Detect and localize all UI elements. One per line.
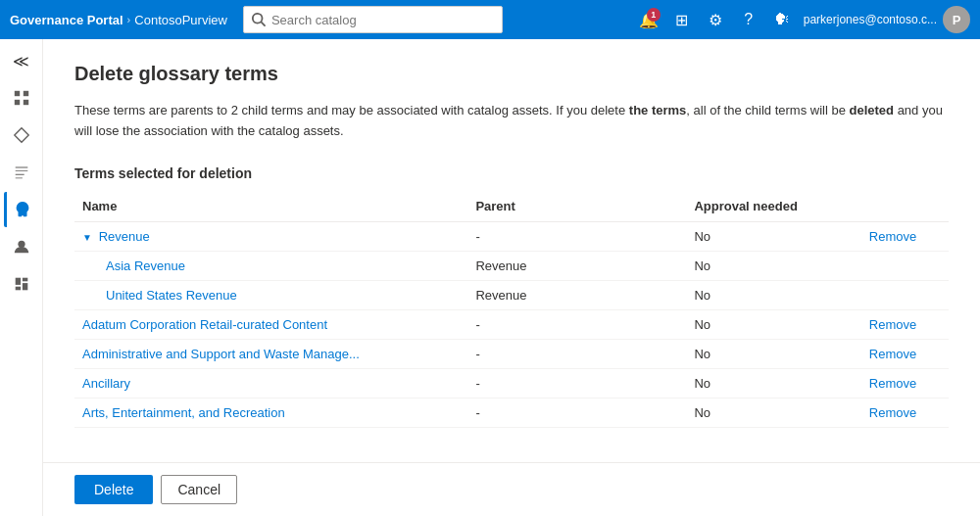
table-row: Asia RevenueRevenueNo bbox=[74, 251, 949, 280]
term-parent: - bbox=[467, 398, 686, 427]
term-parent: - bbox=[467, 339, 686, 368]
table-row: Ancillary-NoRemove bbox=[74, 368, 949, 398]
search-input[interactable] bbox=[271, 13, 494, 27]
term-parent: - bbox=[467, 221, 686, 251]
table-row: Administrative and Support and Waste Man… bbox=[74, 339, 949, 368]
term-approval: No bbox=[686, 398, 860, 427]
col-header-name: Name bbox=[74, 193, 467, 222]
term-name-link[interactable]: United States Revenue bbox=[106, 288, 237, 303]
governance-portal-label: Governance Portal bbox=[10, 13, 123, 27]
term-parent: - bbox=[467, 309, 686, 339]
sidebar-item-catalog[interactable] bbox=[4, 117, 39, 153]
svg-rect-8 bbox=[22, 283, 26, 290]
table-row: Arts, Entertainment, and Recreation-NoRe… bbox=[74, 398, 949, 427]
settings-button[interactable]: ⚙ bbox=[700, 4, 731, 35]
page-body: Delete glossary terms These terms are pa… bbox=[43, 39, 980, 462]
breadcrumb-chevron: › bbox=[127, 14, 131, 25]
brand-area: Governance Portal › ContosoPurview bbox=[10, 13, 227, 27]
term-approval: No bbox=[686, 221, 860, 251]
table-row: ▼ Revenue-NoRemove bbox=[74, 221, 949, 251]
help-button[interactable]: ? bbox=[733, 4, 764, 35]
term-name-link[interactable]: Ancillary bbox=[82, 376, 130, 391]
sidebar-item-management[interactable] bbox=[4, 266, 39, 302]
chevron-down-icon[interactable]: ▼ bbox=[82, 232, 95, 243]
term-parent: Revenue bbox=[467, 251, 686, 280]
warning-bold1: the terms bbox=[629, 103, 687, 117]
warning-prefix: These terms are parents to 2 child terms… bbox=[74, 103, 629, 117]
footer-bar: Delete Cancel bbox=[43, 462, 980, 516]
svg-rect-6 bbox=[22, 278, 26, 282]
term-name-link[interactable]: Administrative and Support and Waste Man… bbox=[82, 347, 360, 361]
table-body: ▼ Revenue-NoRemoveAsia RevenueRevenueNoU… bbox=[74, 221, 949, 427]
avatar: P bbox=[943, 6, 970, 33]
term-name-link[interactable]: Adatum Corporation Retail-curated Conten… bbox=[82, 317, 327, 332]
svg-point-4 bbox=[18, 241, 24, 248]
term-approval: No bbox=[686, 368, 860, 398]
table-row: United States RevenueRevenueNo bbox=[74, 280, 949, 309]
term-parent: Revenue bbox=[467, 280, 686, 309]
term-approval: No bbox=[686, 309, 860, 339]
notification-badge: 1 bbox=[647, 8, 661, 22]
term-approval: No bbox=[686, 251, 860, 280]
main-layout: ≪ Delete glossary terms These terms are … bbox=[0, 39, 980, 516]
svg-rect-1 bbox=[14, 100, 19, 105]
grid-button[interactable]: ⊞ bbox=[666, 4, 698, 35]
table-header-row: Name Parent Approval needed bbox=[74, 193, 949, 222]
delete-button[interactable]: Delete bbox=[74, 475, 153, 504]
remove-button[interactable]: Remove bbox=[869, 347, 916, 361]
user-profile[interactable]: parkerjones@contoso.c... P bbox=[804, 6, 970, 33]
sidebar-toggle[interactable]: ≪ bbox=[4, 43, 39, 78]
page-title: Delete glossary terms bbox=[74, 63, 949, 85]
feedback-button[interactable]: 🗣 bbox=[766, 4, 798, 35]
warning-bold2: deleted bbox=[850, 103, 895, 117]
user-email: parkerjones@contoso.c... bbox=[804, 13, 937, 26]
term-approval: No bbox=[686, 339, 860, 368]
warning-middle: , all of the child terms will be bbox=[686, 103, 849, 117]
col-header-approval: Approval needed bbox=[686, 193, 860, 222]
col-header-action bbox=[861, 193, 949, 222]
sidebar-item-policy[interactable] bbox=[4, 229, 39, 264]
remove-button[interactable]: Remove bbox=[869, 229, 916, 244]
notifications-button[interactable]: 🔔 1 bbox=[633, 4, 664, 35]
svg-rect-7 bbox=[15, 287, 20, 291]
term-name-link[interactable]: Revenue bbox=[99, 229, 150, 244]
search-icon bbox=[252, 13, 266, 26]
top-navigation: Governance Portal › ContosoPurview 🔔 1 ⊞… bbox=[0, 0, 980, 39]
term-approval: No bbox=[686, 280, 860, 309]
svg-rect-5 bbox=[15, 278, 20, 285]
table-row: Adatum Corporation Retail-curated Conten… bbox=[74, 309, 949, 339]
remove-button[interactable]: Remove bbox=[869, 317, 916, 332]
sidebar-item-glossary[interactable] bbox=[4, 155, 39, 190]
product-label: ContosoPurview bbox=[134, 13, 227, 27]
remove-button[interactable]: Remove bbox=[869, 376, 916, 391]
term-name-link[interactable]: Arts, Entertainment, and Recreation bbox=[82, 405, 285, 420]
terms-table: Name Parent Approval needed ▼ Revenue-No… bbox=[74, 193, 949, 428]
section-label: Terms selected for deletion bbox=[74, 165, 949, 181]
svg-rect-3 bbox=[23, 100, 27, 105]
sidebar-item-home[interactable] bbox=[4, 80, 39, 116]
svg-rect-2 bbox=[23, 91, 27, 96]
nav-actions: 🔔 1 ⊞ ⚙ ? 🗣 parkerjones@contoso.c... P bbox=[633, 4, 970, 35]
content-area: Delete glossary terms These terms are pa… bbox=[43, 39, 980, 516]
remove-button[interactable]: Remove bbox=[869, 405, 916, 420]
search-bar[interactable] bbox=[243, 6, 503, 33]
sidebar-item-insights[interactable] bbox=[4, 192, 39, 227]
cancel-button[interactable]: Cancel bbox=[161, 475, 237, 504]
term-name-link[interactable]: Asia Revenue bbox=[106, 258, 185, 273]
sidebar: ≪ bbox=[0, 39, 43, 516]
term-parent: - bbox=[467, 368, 686, 398]
warning-text: These terms are parents to 2 child terms… bbox=[74, 101, 949, 142]
col-header-parent: Parent bbox=[467, 193, 686, 222]
svg-rect-0 bbox=[14, 91, 19, 96]
